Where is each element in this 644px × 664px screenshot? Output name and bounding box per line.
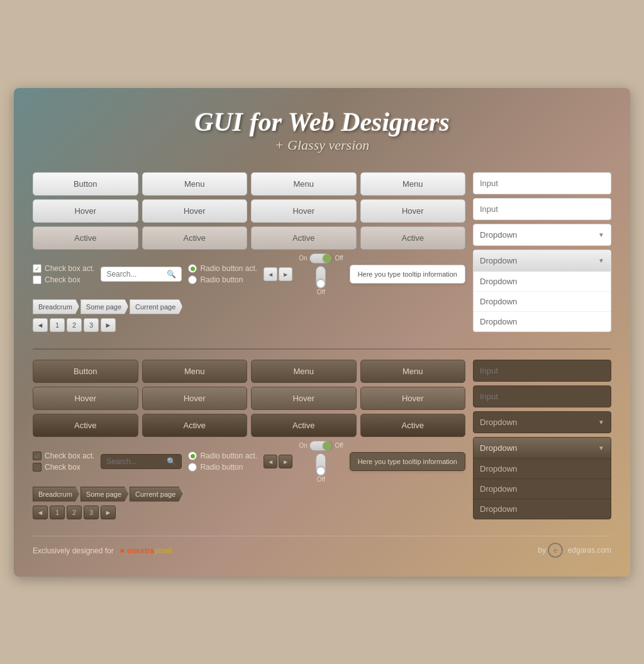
dark-breadcrumb-home[interactable]: Breadcrum [33, 487, 79, 502]
light-page-prev[interactable]: ◄ [33, 318, 48, 332]
dark-page-2[interactable]: 2 [67, 506, 82, 519]
dark-radio-label: Radio button [200, 463, 243, 472]
light-radio-active[interactable] [188, 264, 197, 273]
light-right-panel: Dropdown ▼ Dropdown ▼ Dropdown Dropdown … [473, 172, 611, 336]
dark-checkbox-active-item: ✓ Check box act. [33, 451, 94, 460]
light-page-next[interactable]: ► [101, 318, 116, 332]
dark-hover-menu-2[interactable]: Hover [251, 387, 357, 410]
light-active-menu-3[interactable]: Active [360, 226, 466, 250]
light-checkbox-group: ✓ Check box act. Check box [33, 264, 94, 284]
light-hover-menu-1[interactable]: Hover [142, 199, 248, 223]
dark-search-input[interactable] [106, 457, 164, 466]
light-checkbox-active-label: Check box act. [45, 264, 94, 273]
light-active-btn[interactable]: Active [33, 226, 138, 250]
light-toggle-track[interactable] [309, 253, 332, 263]
dark-dropdown-option-1[interactable]: Dropdown [474, 459, 611, 479]
search-icon[interactable]: 🔍 [167, 270, 176, 279]
dark-nav-next[interactable]: ► [279, 455, 292, 468]
light-input-1[interactable] [473, 172, 611, 194]
light-button[interactable]: Button [33, 172, 138, 196]
dark-dropdown-closed[interactable]: Dropdown ▼ [473, 411, 611, 433]
dark-checkbox[interactable] [33, 463, 42, 472]
light-menu-1[interactable]: Menu [142, 172, 248, 196]
light-dropdown-option-1[interactable]: Dropdown [474, 272, 611, 292]
dark-pagination: ◄ 1 2 3 ► [33, 506, 465, 519]
light-hover-menu-2[interactable]: Hover [251, 199, 357, 223]
dark-toggle-on: On Off [299, 441, 343, 451]
dark-active-menu-2[interactable]: Active [251, 414, 357, 437]
dark-toggle-track[interactable] [309, 441, 332, 451]
light-dropdown-closed[interactable]: Dropdown ▼ [473, 224, 611, 246]
light-dropdown-option-2[interactable]: Dropdown [474, 292, 611, 312]
light-page-2[interactable]: 2 [67, 318, 82, 332]
dark-page-3[interactable]: 3 [84, 506, 99, 519]
dark-menu-1[interactable]: Menu [142, 360, 248, 383]
light-toggle-off-label: Off [335, 255, 343, 262]
light-page-3[interactable]: 3 [84, 318, 99, 332]
light-active-menu-2[interactable]: Active [251, 226, 357, 250]
light-radio-group: Radio button act. Radio button [188, 264, 257, 284]
dark-hover-menu-1[interactable]: Hover [142, 387, 248, 410]
dark-dropdown-header[interactable]: Dropdown ▼ [474, 438, 611, 459]
dark-active-menu-1[interactable]: Active [142, 414, 248, 437]
light-dropdown-open-arrow-icon: ▼ [598, 257, 604, 264]
dark-breadcrumb: Breadcrum Some page Current page [33, 487, 465, 502]
dark-nav-prev[interactable]: ◄ [264, 455, 277, 468]
dark-menu-3[interactable]: Menu [360, 360, 466, 383]
light-nav-prev[interactable]: ◄ [264, 267, 277, 281]
dark-button[interactable]: Button [33, 360, 138, 383]
light-breadcrumb-current[interactable]: Current page [130, 299, 182, 314]
dark-checkbox-active[interactable]: ✓ [33, 451, 42, 460]
light-radio[interactable] [188, 275, 197, 284]
light-breadcrumb-home[interactable]: Breadcrum [33, 299, 79, 314]
main-container: GUI for Web Designers + Glassy version B… [14, 88, 630, 577]
dark-active-menu-3[interactable]: Active [360, 414, 466, 437]
light-nav-next[interactable]: ► [279, 267, 292, 281]
dark-checkbox-group: ✓ Check box act. Check box [33, 451, 94, 472]
light-checkbox-item: Check box [33, 275, 94, 284]
dark-toggle-pill[interactable] [316, 453, 326, 476]
dark-dropdown-header-label: Dropdown [480, 443, 517, 453]
light-dropdown-option-3[interactable]: Dropdown [474, 312, 611, 331]
light-page-1[interactable]: 1 [50, 318, 65, 332]
dark-page-prev[interactable]: ◄ [33, 506, 48, 519]
light-section-inner: Button Menu Menu Menu Hover Hover Hover … [33, 172, 611, 336]
light-input-2[interactable] [473, 198, 611, 220]
light-breadcrumb-page[interactable]: Some page [80, 299, 128, 314]
light-checkbox[interactable] [33, 275, 42, 284]
light-active-menu-1[interactable]: Active [142, 226, 248, 250]
dark-hover-menu-3[interactable]: Hover [360, 387, 466, 410]
footer: Exclusively designed for ● onextrapixel … [33, 536, 611, 558]
dark-radio-group: Radio button act. Radio button [188, 451, 257, 472]
dark-dropdown-open: Dropdown ▼ Dropdown Dropdown Dropdown [473, 437, 611, 519]
dark-dropdown-option-3[interactable]: Dropdown [474, 499, 611, 519]
dark-toggle-off-label: Off [335, 442, 343, 449]
light-checkbox-active[interactable]: ✓ [33, 264, 42, 273]
dark-radio-active[interactable] [188, 451, 197, 460]
dark-search-icon[interactable]: 🔍 [167, 457, 176, 466]
light-toggle-on-label: On [299, 255, 307, 262]
dark-checkbox-item: Check box [33, 463, 94, 472]
dark-radio[interactable] [188, 463, 197, 472]
dark-dropdown-option-2[interactable]: Dropdown [474, 479, 611, 499]
dark-breadcrumb-page[interactable]: Some page [80, 487, 128, 502]
dark-input-1[interactable] [473, 360, 611, 382]
light-breadcrumb: Breadcrum Some page Current page [33, 299, 465, 314]
light-tooltip-btn[interactable]: Here you type tooltip information [350, 265, 465, 284]
footer-site-name: edgaras.com [568, 546, 611, 555]
dark-breadcrumb-current[interactable]: Current page [130, 487, 182, 502]
light-toggle-pill[interactable] [316, 266, 326, 289]
dark-page-1[interactable]: 1 [50, 506, 65, 519]
dark-active-btn[interactable]: Active [33, 414, 138, 437]
dark-menu-2[interactable]: Menu [251, 360, 357, 383]
light-search-input[interactable] [106, 270, 164, 279]
light-hover-menu-3[interactable]: Hover [360, 199, 466, 223]
light-menu-3[interactable]: Menu [360, 172, 466, 196]
light-hover-btn[interactable]: Hover [33, 199, 138, 223]
dark-hover-btn[interactable]: Hover [33, 387, 138, 410]
light-menu-2[interactable]: Menu [251, 172, 357, 196]
dark-input-2[interactable] [473, 385, 611, 407]
light-dropdown-header[interactable]: Dropdown ▼ [474, 250, 611, 272]
dark-tooltip-btn[interactable]: Here you type tooltip information [350, 452, 465, 471]
dark-page-next[interactable]: ► [101, 506, 116, 519]
